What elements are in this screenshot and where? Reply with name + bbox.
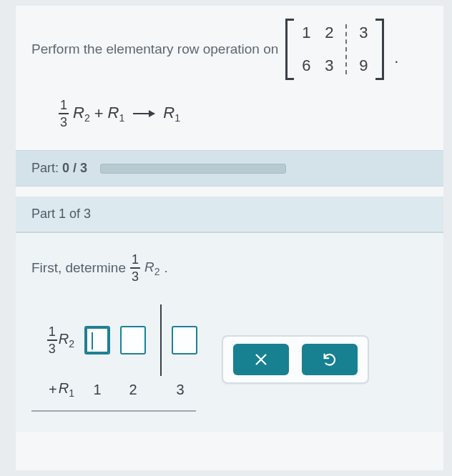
sum-rule-line [31,410,196,412]
matrix-r2c1: 6 [300,56,313,75]
calculation-grid: 1 3 R2 + [31,304,197,412]
matrix-r2c2: 3 [323,56,335,75]
reset-button[interactable] [302,344,358,375]
part-label: Part 1 of 3 [31,207,91,221]
calc-row-2: + R1 1 2 3 [31,340,197,399]
clear-button[interactable] [233,344,289,375]
step-instruction: First, determine 1 3 R2 . [31,253,428,283]
progress-band: Part: 0 / 3 [16,150,443,187]
part-header: Part 1 of 3 [16,197,443,233]
r1-value-2: 2 [120,382,146,398]
augment-divider [345,24,347,74]
row-operation: 1 3 R2 + R1 R1 [59,99,428,129]
r1-value-3: 3 [167,382,193,398]
arrow-icon [133,113,154,114]
fraction-one-third-step: 1 3 [130,253,140,283]
problem-text: Perform the elementary row operation on [31,41,278,57]
matrix-r2aug: 9 [357,56,370,75]
bracket-right [375,19,384,80]
matrix-r1aug: 3 [357,24,370,42]
fraction-one-third: 1 3 [59,99,69,129]
period: . [394,49,398,67]
bracket-left [285,19,294,80]
r1-value-1: 1 [84,382,110,398]
problem-statement: Perform the elementary row operation on … [31,19,428,80]
progress-label: Part: 0 / 3 [31,161,87,176]
x-icon [253,352,269,367]
undo-icon [322,352,338,367]
progress-bar [100,164,286,174]
answer-cell-1[interactable] [84,326,110,354]
matrix-r1c1: 1 [300,24,313,42]
work-area: First, determine 1 3 R2 . 1 3 [16,233,443,432]
action-button-group [222,335,369,384]
matrix-r1c2: 2 [323,24,335,42]
augmented-matrix: 1 6 2 3 3 9 [285,19,384,80]
